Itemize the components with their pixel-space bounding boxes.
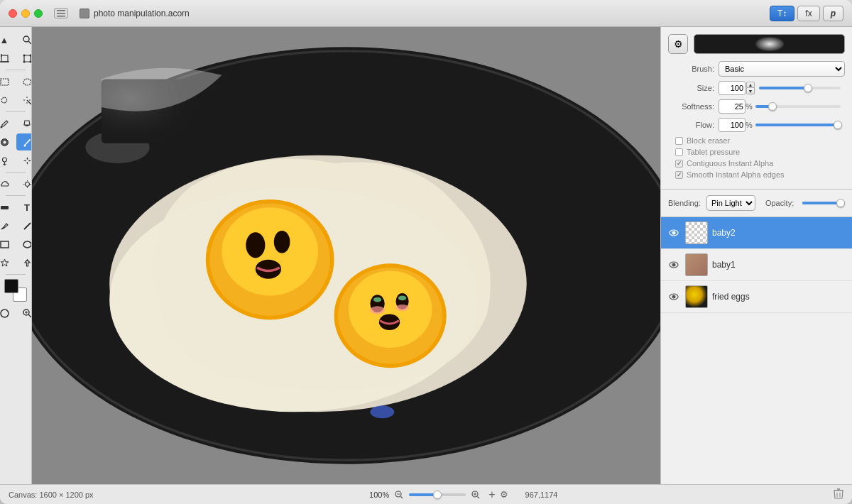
selection-tools-2 [0,92,32,109]
block-eraser-row: Block eraser [668,136,845,145]
size-slider-track[interactable] [759,87,841,89]
tool-sep-5 [6,274,26,275]
layer-name-baby2: baby2 [712,228,736,238]
layer-visibility-baby2[interactable] [667,226,681,240]
eyedropper-tool[interactable] [0,115,15,132]
softness-slider-track[interactable] [755,105,841,108]
cloud-tool[interactable] [0,175,15,192]
zoom-slider[interactable] [409,493,466,496]
zoom-in-tool[interactable] [16,305,32,322]
add-layer-button[interactable]: + [488,488,495,501]
clone-tool[interactable] [0,152,15,169]
svg-point-45 [246,232,265,258]
star-tool[interactable] [0,254,15,271]
pen-tool[interactable] [0,217,15,234]
svg-point-53 [370,306,384,314]
tool-sep-3 [6,172,26,172]
ellipse-select-tool[interactable] [16,73,32,90]
layer-visibility-fried-eggs[interactable] [667,290,681,304]
lasso-tool[interactable] [0,92,15,109]
zoom-out-button[interactable] [393,489,405,500]
smooth-alpha-row: ✓ Smooth Instant Alpha edges [668,170,845,179]
main-window: photo manipulation.acorn T↕ fx p ▲ [0,0,852,504]
arrow-tool[interactable]: ▲ [0,31,15,48]
close-button[interactable] [9,9,17,18]
text-tool[interactable]: T [16,199,32,216]
tool-sep-4 [6,195,26,196]
canvas-area[interactable] [32,27,660,484]
svg-line-69 [401,496,403,498]
circle-tool[interactable] [0,305,15,322]
text-tool-button[interactable]: T↕ [770,6,794,21]
tablet-pressure-checkbox[interactable] [675,148,683,156]
crop-tools [0,50,32,67]
minimize-button[interactable] [21,9,30,18]
brush-tool[interactable] [16,133,32,150]
sidebar-toggle-button[interactable] [54,8,68,18]
svg-point-63 [672,231,676,235]
block-eraser-checkbox[interactable] [675,137,683,145]
rect-shape-tool[interactable] [0,199,15,216]
maximize-button[interactable] [34,9,43,18]
size-slider-thumb[interactable] [804,84,812,92]
svg-point-11 [23,60,25,62]
delete-layer-button[interactable] [834,488,843,501]
svg-line-35 [28,314,31,317]
contiguous-alpha-row: ✓ Contiguous Instant Alpha [668,159,845,168]
zoom-slider-thumb[interactable] [433,491,442,499]
paint-bucket-tool[interactable] [16,115,32,132]
document-title-text: photo manipulation.acorn [94,9,190,18]
contiguous-alpha-checkbox[interactable]: ✓ [675,160,683,168]
fx-button[interactable]: fx [797,6,819,21]
brightness-tool[interactable] [16,175,32,192]
svg-line-4 [28,41,31,44]
line-tool[interactable] [16,217,32,234]
opacity-thumb[interactable] [836,199,845,207]
block-eraser-label: Block eraser [687,136,730,145]
brush-preview-row: ⚙ [668,34,845,54]
foreground-color[interactable] [4,279,18,293]
opacity-slider[interactable] [802,202,845,204]
ellipse-draw-tool[interactable] [16,236,32,253]
crop-tool[interactable] [0,50,15,67]
toolbar-right: T↕ fx p [770,6,843,21]
layer-settings-button[interactable]: ⚙ [500,489,508,500]
blending-select[interactable]: Pin Light Normal Multiply Screen Overlay [706,195,755,211]
color-swatches[interactable] [4,279,27,302]
size-decrease-button[interactable]: ▼ [746,88,755,94]
brush-select[interactable]: Basic Soft Hard [719,61,845,77]
zoom-in-button[interactable] [470,489,481,500]
flow-slider-track[interactable] [755,124,841,126]
softness-input[interactable] [719,99,746,114]
layer-item-fried-eggs[interactable]: fried eggs [661,281,852,313]
layer-item-baby2[interactable]: baby2 [661,217,852,249]
zoom-tool[interactable] [16,31,32,48]
softness-slider-thumb[interactable] [768,102,777,111]
brush-type-row: Brush: Basic Soft Hard [668,61,845,77]
size-increase-button[interactable]: ▲ [746,82,755,88]
effects-tool[interactable] [16,152,32,169]
params-button[interactable]: p [823,6,843,21]
rect-select-tool[interactable] [0,73,15,90]
svg-point-23 [2,158,6,162]
magic-wand-tool[interactable] [16,92,32,109]
softness-percent: % [746,102,753,111]
size-input[interactable]: 100 [719,81,746,95]
rect-draw-tool[interactable] [0,236,15,253]
svg-rect-31 [1,241,9,248]
fill-tool[interactable] [0,133,15,150]
arrow-shape-tool[interactable] [16,254,32,271]
softness-row: Softness: % [668,99,845,114]
flow-slider-thumb[interactable] [834,121,842,129]
svg-point-33 [1,309,9,317]
layer-item-baby1[interactable]: baby1 [661,249,852,281]
paint-tools-2 [0,133,32,150]
svg-rect-1 [57,13,65,14]
layer-visibility-baby1[interactable] [667,258,681,272]
brush-size-row: Size: 100 ▲ ▼ [668,81,845,95]
smooth-alpha-checkbox[interactable]: ✓ [675,171,683,179]
flow-input[interactable] [719,118,746,132]
transform-tool[interactable] [16,50,32,67]
brush-settings-button[interactable]: ⚙ [668,34,688,54]
softness-label: Softness: [668,102,714,111]
